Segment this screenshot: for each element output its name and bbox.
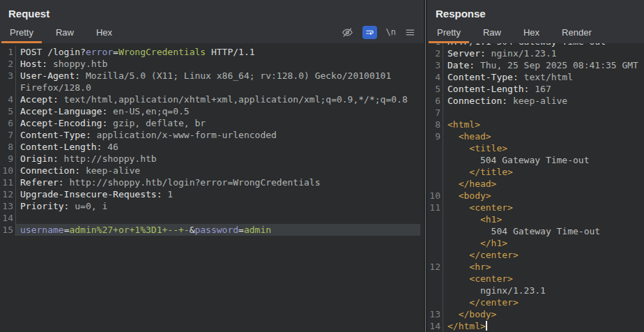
code-text[interactable]: Firefox/128.0 — [16, 82, 420, 93]
code-line: 2Host: shoppy.htb — [0, 58, 420, 70]
code-line: 5Accept-Language: en-US,en;q=0.5 — [0, 105, 420, 117]
newline-icon[interactable]: \n — [386, 27, 396, 37]
line-number: 4 — [427, 71, 443, 83]
line-number — [427, 296, 443, 308]
line-number: 2 — [0, 58, 16, 70]
code-text[interactable]: Date: Thu, 25 Sep 2025 08:41:35 GMT — [443, 59, 641, 71]
tab-hex[interactable]: Hex — [88, 23, 121, 43]
line-number: 4 — [0, 93, 16, 105]
code-text[interactable]: Upgrade-Insecure-Requests: 1 — [16, 188, 420, 200]
code-text[interactable]: Priority: u=0, i — [16, 200, 420, 212]
line-number: 2 — [427, 47, 443, 59]
tab-hex[interactable]: Hex — [515, 23, 548, 43]
line-number: 5 — [427, 83, 443, 95]
code-line: 6Connection: keep-alive — [427, 95, 641, 107]
text-cursor — [486, 321, 487, 331]
line-number — [427, 285, 443, 296]
word-wrap-icon[interactable] — [362, 26, 377, 39]
code-text[interactable]: 504 Gateway Time-out — [443, 154, 641, 166]
line-number — [427, 166, 443, 178]
response-panel: Response PrettyRawHexRender 1HTTP/1.1 50… — [427, 0, 644, 332]
tab-pretty[interactable]: Pretty — [429, 23, 469, 43]
line-number: 10 — [427, 190, 443, 202]
line-number: 13 — [427, 308, 443, 320]
code-line: </title> — [427, 166, 641, 178]
code-text[interactable]: POST /login?error=WrongCredentials HTTP/… — [16, 46, 420, 58]
code-line: 7 — [427, 107, 641, 119]
menu-icon[interactable] — [405, 27, 415, 38]
code-text[interactable]: <center> — [443, 273, 641, 285]
code-line: 11 <center> — [427, 202, 641, 213]
code-text[interactable]: Content-Length: 167 — [443, 83, 641, 95]
code-line: 9Origin: http://shoppy.htb — [0, 153, 420, 165]
code-text[interactable]: User-Agent: Mozilla/5.0 (X11; Linux x86_… — [16, 70, 420, 82]
code-text[interactable]: </center> — [443, 296, 641, 308]
code-text[interactable]: Accept-Language: en-US,en;q=0.5 — [16, 105, 420, 117]
code-line: 1POST /login?error=WrongCredentials HTTP… — [0, 46, 420, 58]
code-line: 4Accept: text/html,application/xhtml+xml… — [0, 93, 420, 105]
code-text[interactable]: Content-Type: text/html — [443, 71, 641, 83]
code-text[interactable] — [443, 107, 641, 119]
tab-raw[interactable]: Raw — [475, 23, 509, 43]
eye-off-icon[interactable] — [342, 27, 353, 38]
tab-pretty[interactable]: Pretty — [1, 23, 42, 43]
request-editor[interactable]: 1POST /login?error=WrongCredentials HTTP… — [0, 43, 424, 332]
code-text[interactable]: <h1> — [443, 213, 641, 225]
request-panel: Request PrettyRawHex — [0, 0, 424, 332]
code-line: 9 <head> — [427, 130, 641, 142]
request-header: Request PrettyRawHex — [0, 0, 424, 43]
code-text[interactable]: Host: shoppy.htb — [16, 58, 420, 70]
code-line: 12 <hr> — [427, 261, 641, 273]
code-text[interactable]: <html> — [443, 119, 641, 130]
line-number — [427, 213, 443, 225]
code-text[interactable]: </h1> — [443, 237, 641, 249]
code-text[interactable]: </title> — [443, 166, 641, 178]
code-text[interactable]: <center> — [443, 202, 641, 213]
code-text[interactable]: Accept: text/html,application/xhtml+xml,… — [16, 93, 420, 105]
line-number — [427, 237, 443, 249]
line-number: 5 — [0, 105, 16, 117]
code-text[interactable]: <title> — [443, 142, 641, 154]
code-text[interactable]: </body> — [443, 308, 641, 320]
code-text[interactable]: username=admin%27+or+1%3D1+--+-&password… — [16, 224, 420, 236]
code-text[interactable]: Origin: http://shoppy.htb — [16, 153, 420, 165]
code-text[interactable]: 504 Gateway Time-out — [443, 225, 641, 237]
code-text[interactable]: <body> — [443, 190, 641, 202]
code-text[interactable]: Referer: http://shoppy.htb/login?error=W… — [16, 176, 420, 188]
code-text[interactable]: Connection: keep-alive — [16, 165, 420, 176]
code-text[interactable]: Server: nginx/1.23.1 — [443, 47, 641, 59]
tab-raw[interactable]: Raw — [47, 23, 82, 43]
code-line: 2Server: nginx/1.23.1 — [427, 47, 641, 59]
line-number: 10 — [0, 165, 16, 176]
code-text[interactable]: Content-Type: application/x-www-form-url… — [16, 129, 420, 141]
line-number — [427, 249, 443, 261]
code-text[interactable]: </center> — [443, 249, 641, 261]
line-number: 1 — [0, 46, 16, 58]
line-number: 12 — [0, 188, 16, 200]
line-number: 7 — [0, 129, 16, 141]
code-line: 8<html> — [427, 119, 641, 130]
line-number: 8 — [0, 141, 16, 153]
code-line: 6Accept-Encoding: gzip, deflate, br — [0, 117, 420, 129]
code-text[interactable]: Accept-Encoding: gzip, deflate, br — [16, 117, 420, 129]
code-text[interactable]: </head> — [443, 178, 641, 190]
code-line: 4Content-Type: text/html — [427, 71, 641, 83]
panel-splitter[interactable] — [424, 0, 427, 332]
response-editor[interactable]: 1HTTP/1.1 504 Gateway Time-out2Server: n… — [427, 43, 644, 332]
code-text[interactable] — [16, 212, 420, 224]
code-text[interactable]: Connection: keep-alive — [443, 95, 641, 107]
code-line: </center> — [427, 249, 641, 261]
code-line: 13 </body> — [427, 308, 641, 320]
code-text[interactable]: </html> — [443, 320, 641, 332]
code-text[interactable]: nginx/1.23.1 — [443, 285, 641, 296]
code-text[interactable]: Content-Length: 46 — [16, 141, 420, 153]
code-text[interactable]: <head> — [443, 130, 641, 142]
line-number: 3 — [427, 59, 443, 71]
response-header: Response PrettyRawHexRender — [427, 0, 644, 43]
code-line: 14 — [0, 212, 420, 224]
code-line: 10Connection: keep-alive — [0, 165, 420, 176]
line-number: 11 — [0, 176, 16, 188]
tab-render[interactable]: Render — [553, 23, 600, 43]
code-text[interactable]: <hr> — [443, 261, 641, 273]
response-title: Response — [427, 0, 644, 23]
